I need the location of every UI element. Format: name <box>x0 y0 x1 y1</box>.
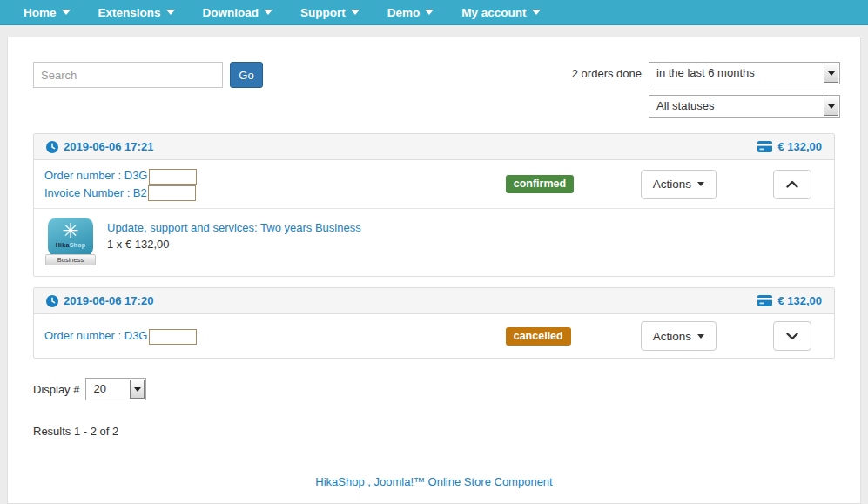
edition-ribbon: Business <box>45 254 96 265</box>
status-filter-row: All statuses <box>649 95 840 118</box>
product-quantity-price: 1 x € 132,00 <box>107 236 361 252</box>
chevron-up-icon <box>786 180 798 188</box>
display-limit-value: 20 <box>86 379 129 400</box>
status-badge-wrap: confirmed <box>506 175 641 193</box>
actions-button-label: Actions <box>653 178 691 191</box>
top-navigation: Home Extensions Download Support Demo My… <box>0 0 868 25</box>
actions-button[interactable]: Actions <box>641 170 717 199</box>
select-dropdown-button[interactable] <box>130 380 145 399</box>
select-dropdown-button[interactable] <box>824 97 838 116</box>
order-block-1: 2019-06-06 17:21 € 132,00 Order number :… <box>33 133 835 277</box>
order-product-row: ✳ HikaShop Business Update, support and … <box>34 208 834 276</box>
chevron-down-icon <box>786 333 798 340</box>
order-date-group: 2019-06-06 17:20 <box>46 294 153 307</box>
order-date: 2019-06-06 17:20 <box>64 294 153 307</box>
period-filter-row: 2 orders done in the last 6 months <box>572 62 840 84</box>
nav-item-download[interactable]: Download <box>203 6 273 19</box>
status-badge-wrap: cancelled <box>506 327 641 346</box>
order-header: 2019-06-06 17:21 € 132,00 <box>34 134 834 160</box>
nav-item-demo[interactable]: Demo <box>387 6 434 19</box>
caret-down-icon <box>532 10 541 15</box>
order-info-row: Order number : D3G cancelled Actions <box>34 314 834 358</box>
nav-item-label: Home <box>24 6 57 19</box>
nav-item-label: Extensions <box>98 6 161 19</box>
status-badge: cancelled <box>506 327 571 346</box>
order-date: 2019-06-06 17:21 <box>64 140 153 153</box>
hikashop-logo-icon: ✳ HikaShop <box>48 218 93 256</box>
order-header: 2019-06-06 17:20 € 132,00 <box>34 288 834 314</box>
display-limit-row: Display # 20 <box>33 378 860 400</box>
order-ids: Order number : D3G Invoice Number : B2 <box>44 167 506 201</box>
invoice-number-text: Invoice Number : B2 <box>44 186 147 199</box>
credit-card-icon <box>757 141 772 152</box>
product-title-link[interactable]: Update, support and services: Two years … <box>107 219 361 236</box>
hikashop-star-glyph: ✳ <box>62 219 78 242</box>
period-filter-value: in the last 6 months <box>649 63 823 84</box>
order-ids: Order number : D3G <box>44 327 506 345</box>
caret-down-icon <box>425 10 434 15</box>
order-number-line: Order number : D3G <box>44 327 506 345</box>
order-number-text: Order number : D3G <box>44 169 148 182</box>
order-number-line: Order number : D3G <box>44 167 506 185</box>
product-thumbnail: ✳ HikaShop Business <box>44 218 97 265</box>
order-filters: 2 orders done in the last 6 months All s… <box>572 62 840 118</box>
caret-down-icon <box>134 387 141 392</box>
caret-down-icon <box>828 104 835 109</box>
order-date-group: 2019-06-06 17:21 <box>46 140 153 153</box>
order-total: € 132,00 <box>777 294 822 307</box>
select-dropdown-button[interactable] <box>824 64 838 83</box>
status-badge: confirmed <box>506 175 574 193</box>
clock-icon <box>46 141 58 153</box>
nav-item-home[interactable]: Home <box>24 6 71 19</box>
redaction-box <box>149 329 197 345</box>
caret-down-icon <box>166 10 175 15</box>
footer: HikaShop , Joomla!™ Online Store Compone… <box>8 474 860 489</box>
orders-done-label: 2 orders done <box>572 67 642 80</box>
expand-order-button[interactable] <box>773 321 811 351</box>
credit-card-icon <box>757 295 772 306</box>
status-filter-value: All statuses <box>649 96 823 117</box>
nav-item-label: My account <box>461 6 526 19</box>
collapse-order-button[interactable] <box>773 170 811 199</box>
results-counter: Results 1 - 2 of 2 <box>33 425 860 438</box>
nav-item-my-account[interactable]: My account <box>461 6 540 19</box>
period-filter-select[interactable]: in the last 6 months <box>649 62 840 84</box>
content-panel: Go 2 orders done in the last 6 months Al… <box>7 37 861 504</box>
nav-item-support[interactable]: Support <box>300 6 360 19</box>
clock-icon <box>46 295 58 307</box>
invoice-number-line: Invoice Number : B2 <box>44 185 506 202</box>
go-button[interactable]: Go <box>230 62 263 88</box>
order-total-group: € 132,00 <box>757 294 822 307</box>
nav-item-label: Download <box>203 6 259 19</box>
order-total: € 132,00 <box>777 140 822 153</box>
order-number-text: Order number : D3G <box>44 329 148 342</box>
caret-down-icon <box>62 10 71 15</box>
display-limit-select[interactable]: 20 <box>85 378 146 400</box>
caret-down-icon <box>828 71 835 76</box>
orders-toolbar: Go 2 orders done in the last 6 months Al… <box>8 37 860 118</box>
hikashop-brand-text: HikaShop <box>56 242 86 249</box>
hikashop-footer-link[interactable]: HikaShop , Joomla!™ Online Store Compone… <box>315 475 552 488</box>
product-info: Update, support and services: Two years … <box>107 218 361 265</box>
status-filter-select[interactable]: All statuses <box>649 95 840 118</box>
nav-item-label: Demo <box>387 6 421 19</box>
order-info-row: Order number : D3G Invoice Number : B2 c… <box>34 160 834 208</box>
nav-item-extensions[interactable]: Extensions <box>98 6 175 19</box>
caret-down-icon <box>697 334 704 339</box>
caret-down-icon <box>264 10 273 15</box>
redaction-box <box>149 169 197 185</box>
caret-down-icon <box>697 182 704 186</box>
caret-down-icon <box>351 10 360 15</box>
actions-button-label: Actions <box>653 330 691 343</box>
display-limit-label: Display # <box>33 383 79 396</box>
search-input[interactable] <box>33 62 223 88</box>
redaction-box <box>148 185 196 201</box>
order-total-group: € 132,00 <box>757 140 822 153</box>
order-block-2: 2019-06-06 17:20 € 132,00 Order number :… <box>33 287 835 359</box>
nav-item-label: Support <box>300 6 346 19</box>
actions-button[interactable]: Actions <box>641 321 717 351</box>
